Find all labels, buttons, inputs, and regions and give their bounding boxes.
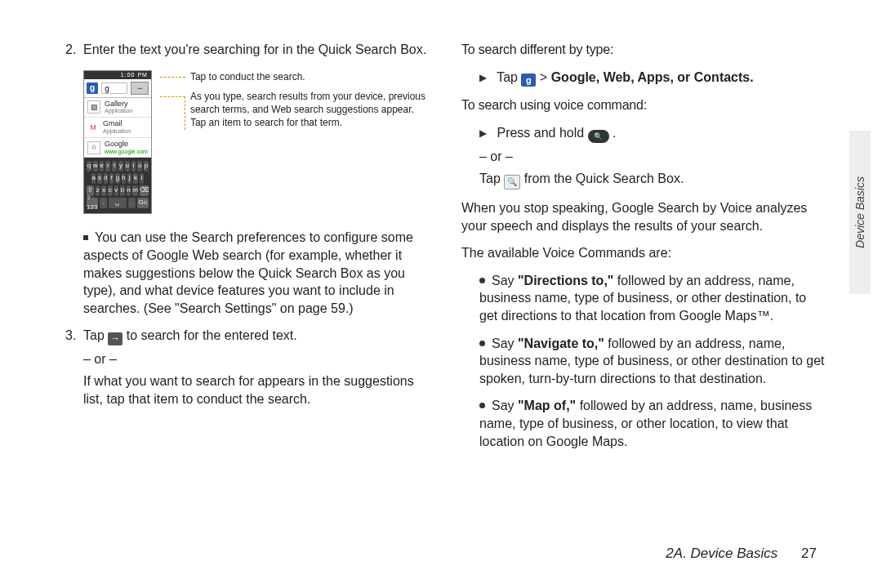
annotation-2: As you type, search results from your de… <box>190 90 429 130</box>
heading-voice-command: To search using voice command: <box>461 96 825 114</box>
annotation-leader-line <box>160 96 185 130</box>
voice-result-para: When you stop speaking, Google Search by… <box>461 199 825 234</box>
footer-page-number: 27 <box>801 546 817 561</box>
voice-command-keyword: "Directions to," <box>518 274 613 287</box>
note-text: You can use the Search preferences to co… <box>83 230 413 314</box>
step-3-post: to search for the entered text. <box>127 328 297 342</box>
phone-search-input: g <box>101 82 127 94</box>
voice-command-lead: Say <box>492 399 518 412</box>
annotation-leader-line <box>160 77 185 78</box>
voice-command-lead: Say <box>492 274 518 287</box>
step-2-text: Enter the text you're searching for in t… <box>83 41 429 59</box>
voice-step: Press and hold . – or – Tap from the Qui… <box>479 124 825 189</box>
phone-status-bar: 1:00 PM <box>84 71 151 79</box>
tap-targets: Google, Web, Apps, or Contacts. <box>551 70 754 84</box>
voice-command-item: Say "Navigate to," followed by an addres… <box>479 335 825 388</box>
voice-commands-heading: The available Voice Commands are: <box>461 244 825 262</box>
search-hardkey-icon <box>588 130 609 143</box>
phone-mock: 1:00 PM g g ▨ Gallery Application <box>83 70 152 215</box>
google-g-icon: g <box>87 82 98 94</box>
suggestion-row: ☆ Google www.google.com <box>84 138 151 158</box>
step-3-or: – or – <box>83 350 429 368</box>
voice-command-keyword: "Map of," <box>518 399 576 412</box>
footer-section: 2A. Device Basics <box>666 546 777 561</box>
suggestion-title: Gmail <box>103 120 131 128</box>
suggestion-sub: Application <box>103 128 131 135</box>
voice-or: – or – <box>479 148 825 166</box>
annotation-1: Tap to conduct the search. <box>190 70 305 83</box>
voice-command-keyword: "Navigate to," <box>518 336 604 350</box>
search-by-type-step: Tap > Google, Web, Apps, or Contacts. <box>479 69 825 87</box>
google-icon <box>521 74 536 87</box>
press-hold-pre: Press and hold <box>497 126 587 140</box>
step-3: 3. Tap to search for the entered text. –… <box>65 327 429 408</box>
tap-pre: Tap <box>497 70 521 84</box>
gallery-icon: ▨ <box>87 100 100 114</box>
step-2-note: You can use the Search preferences to co… <box>83 229 429 317</box>
star-icon: ☆ <box>87 141 100 154</box>
heading-search-by-type: To search different by type: <box>461 41 825 59</box>
mic-icon <box>504 175 520 189</box>
tap-mic-post: from the Quick Search Box. <box>524 172 684 185</box>
step-3-number: 3. <box>65 327 83 408</box>
phone-search-row: g g <box>84 79 151 98</box>
arrow-icon <box>108 332 122 345</box>
step-3-alt: If what you want to search for appears i… <box>83 372 429 408</box>
suggestion-link: www.google.com <box>105 149 148 155</box>
suggestion-sub: Application <box>105 108 132 114</box>
suggestion-title: Google <box>105 140 148 149</box>
right-column: To search different by type: Tap > Googl… <box>461 41 825 460</box>
press-hold-post: . <box>612 126 616 140</box>
left-column: 2. Enter the text you're searching for i… <box>65 41 429 460</box>
voice-command-item: Say "Map of," followed by an address, na… <box>479 397 825 450</box>
gmail-icon: M <box>87 122 99 133</box>
status-time: 1:00 PM <box>121 71 148 78</box>
figure-annotations: Tap to conduct the search. As you type, … <box>160 70 429 136</box>
side-tab: Device Basics <box>849 131 871 294</box>
phone-keyboard: qwertyuiop asdfghjkl ⇧zxcvbnm⌫ ?123.␣.Go <box>84 158 151 213</box>
greater-than: > <box>540 70 547 84</box>
phone-go-button <box>131 82 149 95</box>
side-tab-label: Device Basics <box>853 176 866 248</box>
step-3-pre: Tap <box>83 328 108 342</box>
suggestion-row: M Gmail Application <box>84 118 151 138</box>
voice-command-item: Say "Directions to," followed by an addr… <box>479 272 825 325</box>
tap-mic-pre: Tap <box>479 172 504 185</box>
voice-command-lead: Say <box>492 336 518 350</box>
step-2-number: 2. <box>65 41 83 59</box>
step-2: 2. Enter the text you're searching for i… <box>65 41 429 59</box>
suggestion-title: Gallery <box>105 100 132 109</box>
suggestion-row: ▨ Gallery Application <box>84 98 151 118</box>
phone-figure: 1:00 PM g g ▨ Gallery Application <box>83 70 429 215</box>
page-footer: 2A. Device Basics 27 <box>666 546 817 562</box>
